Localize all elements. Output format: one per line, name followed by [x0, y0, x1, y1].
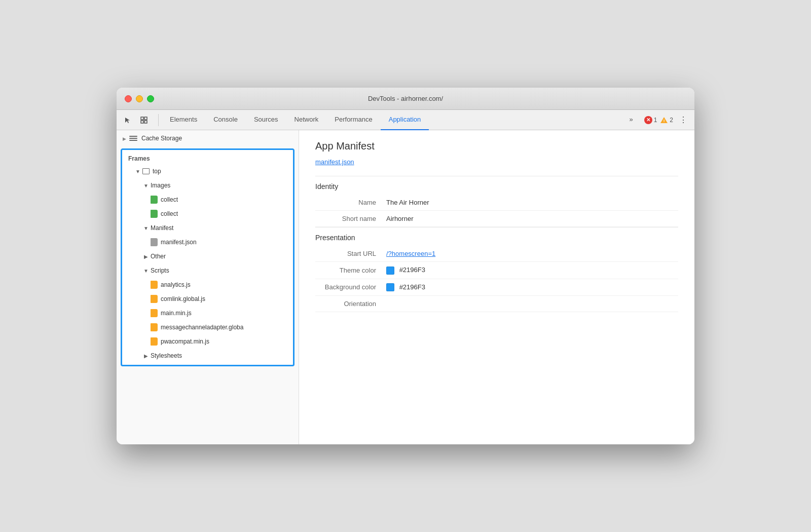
short-name-label: Short name	[315, 215, 386, 222]
tab-more[interactable]: »	[621, 110, 641, 130]
comlink-file-icon	[151, 295, 158, 303]
title-bar: DevTools - airhorner.com/	[117, 88, 694, 110]
name-row: Name The Air Horner	[315, 195, 678, 211]
toolbar-right: » ✕ 1 ! 2 ⋮	[621, 110, 690, 130]
sidebar-item-collect-2[interactable]: collect	[122, 207, 293, 221]
warning-badge: ! 2	[660, 117, 673, 124]
tab-network[interactable]: Network	[286, 110, 327, 130]
manifest-file-label: manifest.json	[161, 239, 197, 246]
manifest-file-icon	[151, 238, 158, 246]
page-frame-icon	[142, 168, 150, 174]
error-badge: ✕ 1	[644, 116, 657, 124]
devtools-window: DevTools - airhorner.com/ Elements Cons	[117, 88, 694, 444]
window-title: DevTools - airhorner.com/	[368, 95, 443, 102]
frames-section: Frames top Images	[121, 148, 294, 366]
short-name-row: Short name Airhorner	[315, 211, 678, 227]
tabs-container: Elements Console Sources Network Perform…	[162, 110, 621, 130]
message-file-icon	[151, 323, 158, 331]
main-label: main.min.js	[161, 310, 192, 317]
sidebar-item-top[interactable]: top	[122, 164, 293, 178]
sidebar-item-collect-1[interactable]: collect	[122, 193, 293, 207]
bg-color-swatch[interactable]	[386, 283, 394, 291]
minimize-button[interactable]	[136, 95, 143, 102]
sidebar-item-scripts[interactable]: Scripts	[122, 263, 293, 278]
top-label: top	[153, 168, 161, 175]
comlink-label: comlink.global.js	[161, 295, 205, 302]
sidebar: Cache Storage Frames top Images	[117, 130, 299, 444]
theme-color-row: Theme color #2196F3	[315, 262, 678, 279]
analytics-label: analytics.js	[161, 281, 191, 288]
presentation-section-header: Presentation	[315, 227, 678, 246]
name-value: The Air Horner	[386, 199, 429, 206]
svg-rect-3	[144, 121, 147, 123]
svg-rect-1	[144, 117, 147, 120]
svg-rect-0	[141, 117, 143, 120]
collect2-file-icon	[151, 210, 158, 218]
orientation-row: Orientation	[315, 296, 678, 312]
warning-count: 2	[670, 117, 673, 124]
scripts-label: Scripts	[151, 267, 169, 274]
svg-text:!: !	[663, 119, 665, 123]
stylesheets-arrow	[142, 352, 150, 359]
traffic-lights	[125, 95, 154, 102]
theme-color-hex: #2196F3	[399, 266, 425, 274]
sidebar-item-stylesheets[interactable]: Stylesheets	[122, 349, 293, 363]
collect1-label: collect	[161, 196, 178, 203]
toolbar-icons	[121, 113, 151, 127]
sidebar-item-analytics[interactable]: analytics.js	[122, 278, 293, 292]
theme-color-value: #2196F3	[386, 266, 425, 275]
collect2-label: collect	[161, 210, 178, 217]
sidebar-item-images[interactable]: Images	[122, 178, 293, 193]
sidebar-item-message[interactable]: messagechanneladapter.globa	[122, 320, 293, 334]
sidebar-item-manifest-folder[interactable]: Manifest	[122, 221, 293, 235]
app-manifest-title: App Manifest	[315, 140, 678, 152]
more-options-button[interactable]: ⋮	[676, 113, 690, 127]
start-url-label: Start URL	[315, 250, 386, 257]
bg-color-value: #2196F3	[386, 283, 425, 292]
sidebar-item-cache-storage[interactable]: Cache Storage	[117, 130, 299, 146]
start-url-link[interactable]: /?homescreen=1	[386, 250, 435, 257]
error-icon: ✕	[644, 116, 652, 124]
theme-color-swatch[interactable]	[386, 267, 394, 275]
close-button[interactable]	[125, 95, 132, 102]
main-content: Cache Storage Frames top Images	[117, 130, 694, 444]
manifest-json-link[interactable]: manifest.json	[315, 158, 678, 166]
sidebar-item-manifest-file[interactable]: manifest.json	[122, 235, 293, 249]
analytics-file-icon	[151, 281, 158, 289]
tab-sources[interactable]: Sources	[246, 110, 286, 130]
sidebar-item-main[interactable]: main.min.js	[122, 306, 293, 320]
bg-color-hex: #2196F3	[399, 283, 425, 291]
manifest-folder-label: Manifest	[151, 224, 173, 232]
sidebar-item-pwacompat[interactable]: pwacompat.min.js	[122, 334, 293, 349]
orientation-label: Orientation	[315, 300, 386, 308]
toolbar-divider	[158, 114, 159, 126]
tab-application[interactable]: Application	[381, 110, 429, 130]
collect1-file-icon	[151, 196, 158, 204]
start-url-value: /?homescreen=1	[386, 250, 435, 257]
tab-console[interactable]: Console	[205, 110, 246, 130]
maximize-button[interactable]	[147, 95, 154, 102]
tab-elements[interactable]: Elements	[162, 110, 205, 130]
frames-label: Frames	[122, 152, 293, 164]
inspect-icon-button[interactable]	[137, 113, 151, 127]
manifest-arrow	[142, 224, 150, 232]
cache-storage-icon	[129, 136, 137, 141]
pwacompat-file-icon	[151, 337, 158, 346]
sidebar-item-other[interactable]: Other	[122, 249, 293, 263]
sidebar-item-comlink[interactable]: comlink.global.js	[122, 292, 293, 306]
top-arrow	[134, 168, 141, 175]
cache-storage-label: Cache Storage	[141, 135, 182, 142]
warning-triangle-icon: !	[660, 117, 668, 124]
short-name-value: Airhorner	[386, 215, 413, 222]
tab-performance[interactable]: Performance	[326, 110, 380, 130]
error-count: 1	[654, 117, 657, 124]
cache-storage-arrow	[123, 135, 129, 142]
bg-color-label: Background color	[315, 283, 386, 291]
pwacompat-label: pwacompat.min.js	[161, 338, 209, 345]
cursor-icon-button[interactable]	[121, 113, 135, 127]
message-label: messagechanneladapter.globa	[161, 324, 243, 331]
main-file-icon	[151, 309, 158, 317]
identity-section-header: Identity	[315, 176, 678, 195]
toolbar: Elements Console Sources Network Perform…	[117, 110, 694, 130]
detail-panel: App Manifest manifest.json Identity Name…	[299, 130, 694, 444]
